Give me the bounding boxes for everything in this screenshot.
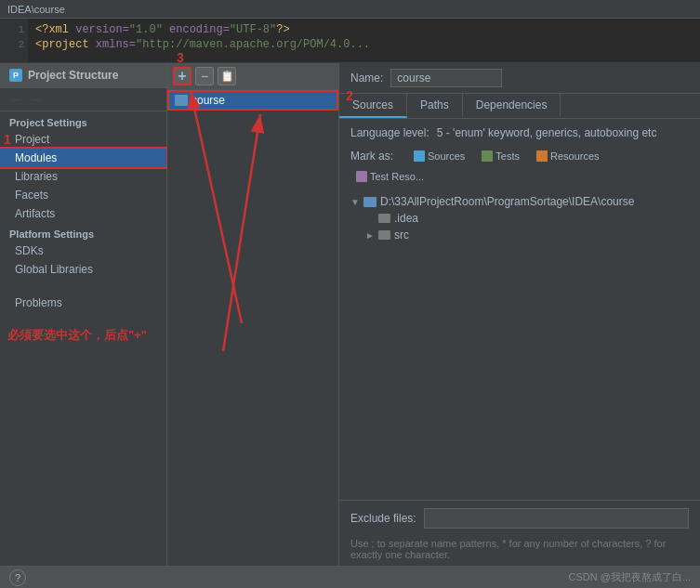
lang-level-row: Language level: 5 - 'enum' keyword, gene… (350, 126, 689, 139)
watermark-text: CSDN @我把夜熬成了白... (568, 570, 691, 584)
tabs-row: Sources Paths Dependencies (339, 94, 700, 119)
sources-icon (414, 150, 425, 162)
exclude-label: Exclude files: (350, 512, 416, 525)
sidebar-item-libraries[interactable]: Libraries (0, 167, 166, 186)
nav-arrows: ← → (0, 88, 166, 111)
exclude-input[interactable] (424, 508, 689, 529)
copy-module-button[interactable]: 📋 (218, 67, 236, 85)
exclude-section: Exclude files: Use ; to separate name pa… (339, 500, 700, 566)
line-num-1: 1 (4, 22, 24, 37)
line-numbers: 1 2 (0, 19, 28, 62)
back-arrow[interactable]: ← (7, 92, 24, 107)
name-label: Name: (350, 72, 383, 85)
sidebar-title-text: Project Structure (28, 69, 118, 82)
mark-testresources-label: Test Reso... (370, 171, 424, 182)
tree-folder-root-icon (363, 197, 376, 207)
tree-arrow-src: ► (365, 230, 375, 241)
tree-item-root[interactable]: ▼ D:\33AllProjectRoom\ProgramSortage\IDE… (350, 193, 689, 210)
mark-tests-button[interactable]: Tests (476, 149, 525, 163)
remove-module-button[interactable]: − (195, 67, 214, 85)
module-item-label: course (192, 94, 225, 107)
file-tree: ▼ D:\33AllProjectRoom\ProgramSortage\IDE… (350, 193, 689, 243)
status-bar: ? CSDN @我把夜熬成了白... (0, 566, 700, 588)
editor-area: 1 2 <?xml version="1.0" encoding="UTF-8"… (0, 19, 700, 63)
code-content: <?xml version="1.0" encoding="UTF-8"?> <… (28, 19, 377, 62)
annotation-chinese: 必须要选中这个，后点"+" (0, 321, 166, 349)
mark-as-label: Mark as: (350, 150, 403, 163)
code-line-1: <?xml version="1.0" encoding="UTF-8"?> (35, 22, 370, 37)
name-input[interactable] (390, 69, 502, 87)
lang-level-label: Language level: (350, 126, 429, 139)
sidebar-item-sdks[interactable]: SDKs (0, 242, 166, 260)
tab-paths[interactable]: Paths (407, 94, 463, 118)
sidebar-item-artifacts[interactable]: Artifacts (0, 204, 166, 223)
exclude-hint: Use ; to separate name patterns, * for a… (339, 536, 700, 566)
breadcrumb-path: IDEA\course (7, 4, 65, 15)
tree-folder-idea-icon (378, 214, 390, 223)
mark-sources-label: Sources (428, 150, 465, 162)
code-line-2: <project xmlns="http://maven.apache.org/… (35, 37, 370, 52)
name-row: Name: (339, 63, 700, 94)
module-item-wrapper: course 2 (167, 90, 338, 111)
mark-testresources-button[interactable]: Test Reso... (350, 169, 429, 184)
module-item-course[interactable]: course (167, 90, 338, 111)
tests-icon (482, 150, 493, 162)
breadcrumb-bar: IDEA\course (0, 0, 700, 19)
exclude-row: Exclude files: (339, 500, 700, 536)
right-panel: Name: Sources Paths Dependencies Languag… (339, 63, 700, 566)
help-button[interactable]: ? (9, 569, 26, 586)
step2-label: 2 (346, 88, 353, 103)
step3-label: 3 (177, 50, 184, 65)
tree-folder-src-icon (378, 230, 390, 240)
sidebar-title: P Project Structure (0, 63, 166, 88)
line-num-2: 2 (4, 37, 24, 52)
tree-src-label: src (394, 229, 409, 242)
sidebar-item-problems[interactable]: Problems (0, 294, 166, 312)
project-icon: P (9, 69, 22, 82)
sidebar-modules-label: Modules (15, 151, 57, 164)
module-right-wrapper: 3 + − 📋 course 2 (167, 63, 700, 566)
lang-level-value: 5 - 'enum' keyword, generics, autoboxing… (437, 126, 657, 139)
module-panel: 3 + − 📋 course 2 (167, 63, 339, 566)
sidebar: P Project Structure ← → Project Settings… (0, 63, 167, 566)
add-module-button-wrapper: + (173, 67, 192, 85)
resources-icon (536, 150, 548, 162)
sidebar-problems[interactable]: Problems (0, 294, 166, 312)
module-folder-icon (175, 95, 188, 106)
forward-arrow[interactable]: → (28, 92, 45, 107)
section-label-project-settings: Project Settings (0, 111, 166, 130)
mark-as-row: Mark as: Sources Tests Resources (350, 149, 689, 184)
sidebar-item-facets[interactable]: Facets (0, 186, 166, 204)
tree-item-idea[interactable]: .idea (350, 210, 689, 227)
code-tag-xml: <?xml (35, 23, 75, 36)
section-label-platform-settings: Platform Settings (0, 223, 166, 242)
sidebar-item-project[interactable]: Project (0, 130, 166, 149)
mark-resources-button[interactable]: Resources (531, 149, 605, 163)
sidebar-item-modules[interactable]: Modules 1 (0, 149, 166, 167)
mark-tests-label: Tests (495, 150, 520, 162)
module-toolbar: 3 + − 📋 (167, 63, 338, 90)
tree-arrow-root: ▼ (350, 197, 360, 207)
tree-item-src[interactable]: ► src (350, 227, 689, 243)
mark-resources-label: Resources (550, 150, 600, 162)
tab-dependencies[interactable]: Dependencies (463, 94, 561, 118)
add-module-button[interactable]: + (173, 67, 192, 85)
testresources-icon (356, 171, 367, 182)
help-icon: ? (15, 572, 20, 583)
main-layout: P Project Structure ← → Project Settings… (0, 63, 700, 566)
tree-idea-label: .idea (394, 212, 418, 225)
tree-root-label: D:\33AllProjectRoom\ProgramSortage\IDEA\… (380, 195, 634, 208)
sidebar-item-global-libraries[interactable]: Global Libraries (0, 260, 166, 279)
mark-sources-button[interactable]: Sources (408, 149, 470, 163)
step1-label: 1 (4, 132, 11, 147)
content-area: Language level: 5 - 'enum' keyword, gene… (339, 119, 700, 500)
